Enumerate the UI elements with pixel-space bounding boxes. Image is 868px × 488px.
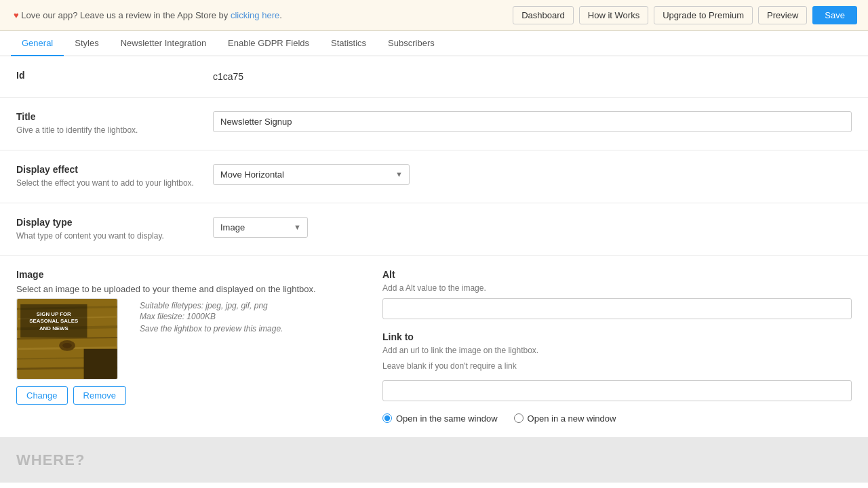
id-label: Id xyxy=(16,70,199,81)
tab-subscribers[interactable]: Subscribers xyxy=(377,31,446,56)
alt-desc: Add a Alt value to the image. xyxy=(382,283,852,294)
title-label: Title xyxy=(16,111,199,122)
where-footer: WHERE? xyxy=(0,438,868,483)
image-filesize-note: Max filesize: 1000KB xyxy=(140,312,283,321)
display-effect-label: Display effect xyxy=(16,164,199,175)
upgrade-button[interactable]: Upgrade to Premium xyxy=(654,6,753,24)
id-section: Id c1ca75 xyxy=(0,56,868,98)
svg-text:SEASONAL SALES: SEASONAL SALES xyxy=(29,319,78,325)
image-right-col: Alt Add a Alt value to the image. Link t… xyxy=(382,269,852,423)
remove-image-button[interactable]: Remove xyxy=(73,386,126,405)
link-to-sub-desc: Leave blank if you don't require a link xyxy=(382,361,852,372)
tab-general[interactable]: General xyxy=(11,31,64,56)
tab-statistics[interactable]: Statistics xyxy=(320,31,377,56)
link-to-desc: Add an url to link the image on the ligh… xyxy=(382,345,852,357)
title-input[interactable] xyxy=(213,111,852,132)
same-window-label: Open in the same window xyxy=(396,413,498,424)
link-to-group: Link to Add an url to link the image on … xyxy=(382,331,852,401)
where-text: WHERE? xyxy=(16,451,85,469)
how-it-works-button[interactable]: How it Works xyxy=(579,6,648,24)
same-window-option[interactable]: Open in the same window xyxy=(382,413,498,424)
svg-text:AND NEWS: AND NEWS xyxy=(39,326,68,332)
image-filetypes-note: Suitable filetypes: jpeg, jpg, gif, png xyxy=(140,301,283,310)
window-options: Open in the same window Open in a new wi… xyxy=(382,413,852,424)
display-type-label: Display type xyxy=(16,217,199,228)
display-effect-select-wrap: Move Horizontal Fade Zoom In Slide Down … xyxy=(213,164,410,185)
link-to-input[interactable] xyxy=(382,380,852,401)
display-type-select[interactable]: Image HTML Video xyxy=(213,217,308,238)
banner-text: Love our app? Leave us a review in the A… xyxy=(21,10,228,20)
link-to-label: Link to xyxy=(382,331,852,342)
same-window-radio[interactable] xyxy=(382,413,392,423)
svg-text:SIGN UP FOR: SIGN UP FOR xyxy=(37,311,71,317)
image-thumbnail: SIGN UP FOR SEASONAL SALES AND NEWS xyxy=(16,298,118,380)
alt-input[interactable] xyxy=(382,298,852,319)
display-type-desc: What type of content you want to display… xyxy=(16,230,199,242)
tab-gdpr[interactable]: Enable GDPR Fields xyxy=(217,31,320,56)
svg-point-9 xyxy=(62,343,72,348)
heart-icon: ♥ xyxy=(14,10,19,20)
display-effect-section: Display effect Select the effect you wan… xyxy=(0,150,868,203)
new-window-label: Open in a new window xyxy=(528,413,616,424)
image-upload-col: Image Select an image to be uploaded to … xyxy=(16,269,355,423)
new-window-radio[interactable] xyxy=(514,413,524,423)
display-type-section: Display type What type of content you wa… xyxy=(0,203,868,256)
change-image-button[interactable]: Change xyxy=(16,386,68,405)
preview-button[interactable]: Preview xyxy=(758,6,807,24)
image-desc: Select an image to be uploaded to your t… xyxy=(16,284,355,294)
display-effect-desc: Select the effect you want to add to you… xyxy=(16,178,199,189)
display-type-select-wrap: Image HTML Video ▼ xyxy=(213,217,308,238)
display-effect-select[interactable]: Move Horizontal Fade Zoom In Slide Down … xyxy=(213,164,410,185)
image-save-note: Save the lightbox to preview this image. xyxy=(140,324,283,333)
tab-styles[interactable]: Styles xyxy=(64,31,109,56)
image-section: Image Select an image to be uploaded to … xyxy=(0,256,868,437)
title-section: Title Give a title to identify the light… xyxy=(0,98,868,150)
alt-label: Alt xyxy=(382,269,852,280)
alt-group: Alt Add a Alt value to the image. xyxy=(382,269,852,319)
main-content: Id c1ca75 Title Give a title to identify… xyxy=(0,56,868,438)
new-window-option[interactable]: Open in a new window xyxy=(514,413,616,424)
title-desc: Give a title to identify the lightbox. xyxy=(16,125,199,136)
svg-rect-14 xyxy=(84,349,117,379)
dashboard-button[interactable]: Dashboard xyxy=(513,6,574,24)
id-value: c1ca75 xyxy=(213,70,243,82)
banner-link[interactable]: clicking here xyxy=(231,10,279,20)
tabs-bar: General Styles Newsletter Integration En… xyxy=(0,31,868,56)
image-label: Image xyxy=(16,269,355,280)
save-button[interactable]: Save xyxy=(812,6,857,24)
banner-suffix: . xyxy=(279,10,282,20)
tab-newsletter-integration[interactable]: Newsletter Integration xyxy=(110,31,217,56)
